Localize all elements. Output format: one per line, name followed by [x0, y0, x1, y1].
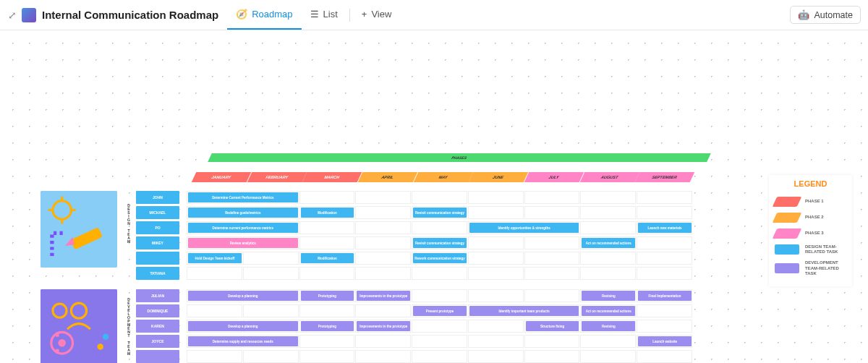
task-row: Determine supply and resources needsLaun…	[187, 335, 693, 348]
person-name	[136, 252, 179, 265]
month-cell: MARCH	[302, 172, 362, 182]
dev-team-image	[41, 289, 117, 363]
person-name	[136, 350, 179, 363]
list-icon: ☰	[310, 9, 319, 20]
task-bar[interactable]: Determine Current Performance Metrics	[188, 192, 298, 202]
task-bar[interactable]: Revising	[582, 321, 635, 331]
task-bar[interactable]: Revisit communication strategy	[413, 208, 467, 218]
month-header: JANUARYFEBRUARYMARCHAPRILMAYJUNEJULYAUGU…	[194, 172, 693, 182]
task-bar[interactable]: Review analytics	[188, 238, 298, 248]
view-switcher: 🧭 Roadmap ☰ List + View	[227, 0, 400, 30]
legend-row: PHASE 3	[772, 226, 849, 242]
legend-label: DESIGN TEAM-RELATED TASK	[805, 244, 846, 255]
month-cell: JULY	[524, 172, 584, 182]
task-bar[interactable]: Identify important team products	[469, 306, 579, 316]
task-row: Develop a planningPrototypingImprovement…	[187, 289, 693, 302]
task-bar[interactable]: Prototyping	[301, 291, 354, 301]
task-bar[interactable]: Launch new materials	[638, 223, 692, 233]
task-bar[interactable]: Improvements in the prototype	[357, 321, 410, 331]
page-title: Internal Communication Roadmap	[42, 9, 218, 21]
person-name: MICHAEL	[136, 206, 179, 219]
legend-row: PHASE 2	[772, 210, 849, 226]
task-bar[interactable]: Structure fixing	[526, 321, 579, 331]
task-bar[interactable]: Revising	[582, 291, 635, 301]
person-name: TATIANA	[136, 267, 179, 280]
svg-point-15	[97, 343, 103, 349]
view-label: View	[371, 9, 391, 20]
canvas[interactable]: LEGEND PHASE 1PHASE 2PHASE 3DESIGN TEAM-…	[0, 30, 868, 363]
legend-swatch	[773, 213, 802, 223]
automate-label: Automate	[814, 10, 853, 20]
legend-row: DESIGN TEAM-RELATED TASK	[772, 242, 849, 257]
task-row: Determine current performance metricsIde…	[187, 221, 693, 234]
task-bar[interactable]: Improvements in the prototype	[357, 291, 410, 301]
legend-card: LEGEND PHASE 1PHASE 2PHASE 3DESIGN TEAM-…	[769, 175, 852, 286]
task-row	[187, 350, 693, 363]
legend-swatch	[773, 229, 802, 239]
month-cell: JUNE	[469, 172, 528, 182]
legend-label: DEVELOPMENT TEAM-RELATED TASK	[805, 260, 846, 276]
task-row: Present prototypeIdentify important team…	[187, 304, 693, 317]
dev-grid: Develop a planningPrototypingImprovement…	[187, 289, 693, 363]
svg-rect-0	[41, 191, 117, 268]
design-team-image	[41, 191, 117, 268]
person-name: MIKEY	[136, 236, 179, 249]
person-name: JOHN	[136, 191, 179, 204]
dev-team-vlabel: DEVELOPMENT TEAM	[124, 298, 133, 356]
task-bar[interactable]: Rework communication strategy	[413, 253, 467, 263]
task-bar[interactable]: Modification	[301, 253, 354, 263]
view-list[interactable]: ☰ List	[302, 0, 346, 30]
month-cell: FEBRUARY	[247, 172, 306, 182]
task-bar[interactable]: Act on recommended actions	[582, 306, 635, 316]
divider	[349, 9, 350, 22]
person-name: JOYCE	[136, 335, 179, 348]
automate-button[interactable]: 🤖 Automate	[790, 6, 861, 24]
task-row: Review analyticsRevisit communication st…	[187, 236, 693, 249]
legend-label: PHASE 1	[805, 199, 824, 204]
task-bar[interactable]: Redefine goals/metrics	[188, 208, 298, 218]
task-bar[interactable]: Launch website	[638, 336, 692, 346]
task-bar[interactable]: Identify opportunities & strengths	[469, 223, 579, 233]
task-bar[interactable]: Determine current performance metrics	[188, 223, 298, 233]
month-cell: SEPTEMBER	[635, 172, 694, 182]
task-bar[interactable]: Hold Design Team kickoff	[188, 253, 242, 263]
svg-rect-14	[56, 349, 59, 354]
roadmap-icon: 🧭	[236, 9, 247, 20]
person-name: DOMINIQUE	[136, 304, 179, 317]
task-bar[interactable]: Act on recommended actions	[582, 238, 635, 248]
design-grid: Determine Current Performance MetricsRed…	[187, 191, 693, 282]
person-name: KAREN	[136, 320, 179, 333]
task-bar[interactable]: Revisit communication strategy	[413, 238, 467, 248]
expand-icon[interactable]: ⤢	[7, 10, 17, 20]
person-name: PO	[136, 221, 179, 234]
legend-swatch	[773, 197, 802, 207]
task-row	[187, 267, 693, 280]
month-cell: JANUARY	[192, 172, 251, 182]
task-bar[interactable]: Determine supply and resources needs	[188, 336, 298, 346]
svg-point-12	[58, 339, 66, 347]
task-bar[interactable]: Modification	[301, 208, 354, 218]
task-row: Develop a planningPrototypingImprovement…	[187, 320, 693, 333]
legend-row: PHASE 1	[772, 194, 849, 210]
task-row: Determine Current Performance Metrics	[187, 191, 693, 204]
person-name: JULIAN	[136, 289, 179, 302]
legend-title: LEGEND	[772, 179, 849, 188]
legend-swatch	[775, 263, 799, 273]
view-roadmap[interactable]: 🧭 Roadmap	[227, 0, 301, 30]
task-bar[interactable]: Final Implementation	[638, 291, 692, 301]
plus-icon: +	[362, 9, 367, 20]
dev-names: JULIANDOMINIQUEKARENJOYCEQUINN	[136, 289, 179, 363]
task-bar[interactable]: Prototyping	[301, 321, 354, 331]
legend-label: PHASE 3	[805, 231, 824, 236]
task-bar[interactable]: Present prototype	[413, 306, 467, 316]
svg-point-16	[103, 333, 109, 339]
task-bar[interactable]: Develop a planning	[188, 321, 298, 331]
legend-swatch	[775, 244, 799, 255]
design-names: JOHNMICHAELPOMIKEYTATIANA	[136, 191, 179, 282]
month-cell: APRIL	[358, 172, 417, 182]
view-add[interactable]: + View	[353, 0, 401, 30]
legend-row: DEVELOPMENT TEAM-RELATED TASK	[772, 257, 849, 279]
svg-rect-8	[41, 289, 117, 363]
month-cell: AUGUST	[579, 172, 639, 182]
task-bar[interactable]: Develop a planning	[188, 291, 298, 301]
